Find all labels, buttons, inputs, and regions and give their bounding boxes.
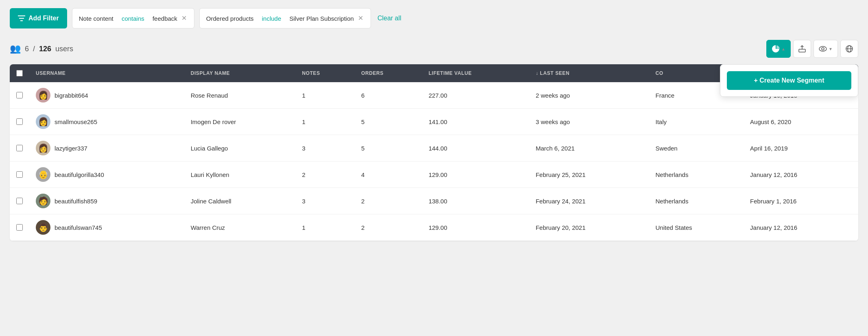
row-last-seen: 3 weeks ago xyxy=(529,109,649,135)
row-username: 👩 bigrabbit664 xyxy=(29,82,184,109)
user-count: 👥 6 / 126 users xyxy=(10,44,73,54)
row-country: Netherlands xyxy=(649,161,744,188)
filter1-suffix: feedback xyxy=(153,15,177,22)
avatar: 👩 xyxy=(36,114,50,129)
avatar: 👩 xyxy=(36,141,50,155)
table-row[interactable]: 👩 lazytiger337 Lucia Gallego 3 5 144.00 … xyxy=(10,135,858,161)
col-display-name[interactable]: DISPLAY NAME xyxy=(184,64,296,82)
table-row[interactable]: 👴 beautifulgorilla340 Lauri Kyllonen 2 4… xyxy=(10,161,858,188)
row-display-name: Lucia Gallego xyxy=(184,135,296,161)
table-row[interactable]: 🧑 beautifulfish859 Joline Caldwell 3 2 1… xyxy=(10,188,858,214)
row-notes: 1 xyxy=(295,109,354,135)
pie-chart-icon xyxy=(772,45,780,53)
col-notes[interactable]: NOTES xyxy=(295,64,354,82)
table-row[interactable]: 👩 smallmouse265 Imogen De rover 1 5 141.… xyxy=(10,109,858,135)
table-row[interactable]: 👨 beautifulswan745 Warren Cruz 1 2 129.0… xyxy=(10,214,858,241)
row-lifetime-value: 141.00 xyxy=(422,109,529,135)
row-display-name: Rose Renaud xyxy=(184,82,296,109)
row-country: Netherlands xyxy=(649,188,744,214)
svg-rect-0 xyxy=(799,49,805,52)
col-username[interactable]: USERNAME xyxy=(29,64,184,82)
row-checkbox[interactable] xyxy=(16,92,23,98)
row-username: 👨 beautifulswan745 xyxy=(29,214,184,241)
row-checkbox-cell xyxy=(10,135,29,161)
filter1-remove-button[interactable]: ✕ xyxy=(181,15,188,22)
row-display-name: Warren Cruz xyxy=(184,214,296,241)
row-checkbox[interactable] xyxy=(16,118,23,125)
add-filter-label: Add Filter xyxy=(28,15,59,22)
row-username: 👴 beautifulgorilla340 xyxy=(29,161,184,188)
avatar: 👨 xyxy=(36,220,50,235)
row-lifetime-value: 129.00 xyxy=(422,214,529,241)
username-text: smallmouse265 xyxy=(55,118,97,125)
svg-point-1 xyxy=(819,46,827,51)
row-orders: 5 xyxy=(355,109,422,135)
row-checkbox-cell xyxy=(10,82,29,109)
row-notes: 3 xyxy=(295,135,354,161)
filter2-remove-button[interactable]: ✕ xyxy=(357,15,364,22)
col-orders[interactable]: ORDERS xyxy=(355,64,422,82)
create-segment-button[interactable]: + Create New Segment xyxy=(727,71,851,90)
row-last-seen: February 20, 2021 xyxy=(529,214,649,241)
user-count-row: 👥 6 / 126 users ▲ ▼ xyxy=(10,40,858,58)
clear-all-button[interactable]: Clear all xyxy=(377,15,401,22)
row-checkbox-cell xyxy=(10,161,29,188)
user-count-label: users xyxy=(55,45,73,53)
row-country: United States xyxy=(649,214,744,241)
row-username: 👩 smallmouse265 xyxy=(29,109,184,135)
col-last-seen[interactable]: ↓ LAST SEEN xyxy=(529,64,649,82)
filter-chip-1: Note content contains feedback ✕ xyxy=(72,8,194,28)
row-orders: 2 xyxy=(355,188,422,214)
users-table-wrapper: USERNAME DISPLAY NAME NOTES ORDERS LIFET… xyxy=(10,64,858,241)
globe-icon xyxy=(845,45,853,53)
user-count-total: 126 xyxy=(39,45,51,53)
row-joined: January 12, 2016 xyxy=(744,214,858,241)
row-checkbox[interactable] xyxy=(16,171,23,178)
svg-point-2 xyxy=(822,48,824,50)
row-checkbox[interactable] xyxy=(16,224,23,231)
filter-chip-2: Ordered products include Silver Plan Sub… xyxy=(199,8,371,28)
filter2-keyword: include xyxy=(262,15,281,22)
select-all-checkbox[interactable] xyxy=(16,70,23,76)
toolbar-buttons: ▲ ▼ xyxy=(766,40,858,58)
row-username: 🧑 beautifulfish859 xyxy=(29,188,184,214)
user-count-separator: / xyxy=(33,45,35,53)
pie-chart-button[interactable]: ▲ xyxy=(766,40,791,58)
export-button[interactable] xyxy=(793,40,811,58)
row-joined: April 16, 2019 xyxy=(744,135,858,161)
row-checkbox-cell xyxy=(10,214,29,241)
row-checkbox-cell xyxy=(10,188,29,214)
row-last-seen: March 6, 2021 xyxy=(529,135,649,161)
eye-button[interactable]: ▼ xyxy=(813,40,838,58)
filter1-keyword: contains xyxy=(122,15,144,22)
username-text: beautifulswan745 xyxy=(55,224,102,231)
row-checkbox[interactable] xyxy=(16,198,23,204)
filter1-prefix: Note content xyxy=(79,15,113,22)
col-checkbox xyxy=(10,64,29,82)
row-orders: 2 xyxy=(355,214,422,241)
row-orders: 4 xyxy=(355,161,422,188)
col-lifetime-value[interactable]: LIFETIME VALUE xyxy=(422,64,529,82)
username-text: beautifulgorilla340 xyxy=(55,171,104,178)
row-lifetime-value: 138.00 xyxy=(422,188,529,214)
row-country: Sweden xyxy=(649,135,744,161)
row-notes: 1 xyxy=(295,82,354,109)
row-checkbox[interactable] xyxy=(16,145,23,151)
username-text: beautifulfish859 xyxy=(55,198,97,205)
users-icon: 👥 xyxy=(10,44,21,54)
row-lifetime-value: 129.00 xyxy=(422,161,529,188)
export-icon xyxy=(798,45,806,52)
eye-caret: ▼ xyxy=(829,47,833,51)
row-lifetime-value: 227.00 xyxy=(422,82,529,109)
globe-button[interactable] xyxy=(840,40,858,58)
segment-dropdown: + Create New Segment xyxy=(720,64,858,97)
row-notes: 1 xyxy=(295,214,354,241)
row-orders: 5 xyxy=(355,135,422,161)
row-joined: August 6, 2020 xyxy=(744,109,858,135)
pie-chart-caret: ▲ xyxy=(781,47,785,51)
avatar: 🧑 xyxy=(36,194,50,208)
add-filter-button[interactable]: Add Filter xyxy=(10,8,67,28)
row-joined: January 12, 2016 xyxy=(744,161,858,188)
row-last-seen: 2 weeks ago xyxy=(529,82,649,109)
filter2-suffix: Silver Plan Subscription xyxy=(289,15,353,22)
